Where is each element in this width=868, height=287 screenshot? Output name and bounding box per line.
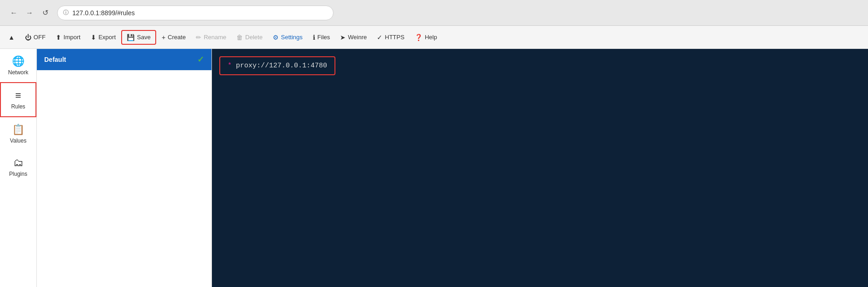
sidebar-label-values: Values	[10, 138, 27, 144]
rule-label-default: Default	[44, 56, 66, 63]
plugins-icon: 🗂	[13, 157, 23, 169]
export-label: Export	[99, 34, 116, 41]
rule-item-default[interactable]: Default ✓	[37, 49, 211, 71]
export-button[interactable]: ⬇ Export	[86, 31, 121, 44]
settings-icon: ⚙	[273, 34, 279, 41]
toolbar: ▲ ⏻ OFF ⬆ Import ⬇ Export 💾 Save + Creat…	[0, 26, 868, 49]
sidebar-label-network: Network	[8, 69, 28, 76]
save-button[interactable]: 💾 Save	[121, 30, 156, 45]
rules-panel: Default ✓	[37, 49, 212, 287]
editor-panel: * proxy://127.0.0.1:4780	[212, 49, 868, 287]
code-asterisk: *	[228, 62, 232, 70]
lock-icon: ⓘ	[63, 9, 69, 17]
export-icon: ⬇	[91, 34, 96, 41]
https-button[interactable]: ✓ HTTPS	[372, 31, 409, 44]
weinre-label: Weinre	[348, 34, 367, 41]
delete-label: Delete	[245, 34, 263, 41]
import-label: Import	[64, 34, 81, 41]
browser-chrome: ← → ↺ ⓘ 127.0.0.1:8899/#rules	[0, 0, 868, 26]
rename-button[interactable]: ✏ Rename	[191, 31, 231, 44]
reload-button[interactable]: ↺	[39, 6, 52, 19]
off-button[interactable]: ⏻ OFF	[20, 31, 50, 44]
nav-buttons: ← → ↺	[7, 6, 52, 19]
collapse-button[interactable]: ▲	[4, 31, 19, 44]
app-container: ▲ ⏻ OFF ⬆ Import ⬇ Export 💾 Save + Creat…	[0, 26, 868, 287]
code-block: * proxy://127.0.0.1:4780	[219, 56, 335, 75]
code-proxy: proxy://127.0.0.1:4780	[232, 62, 327, 70]
files-button[interactable]: ℹ Files	[308, 31, 334, 44]
url-text: 127.0.0.1:8899/#rules	[72, 9, 135, 17]
https-label: HTTPS	[385, 34, 405, 41]
files-label: Files	[317, 34, 330, 41]
main-content: 🌐 Network ≡ Rules 📋 Values 🗂 Plugins Def…	[0, 49, 868, 287]
sidebar-item-network[interactable]: 🌐 Network	[0, 49, 36, 82]
weinre-icon: ➤	[340, 34, 346, 41]
check-icon: ✓	[197, 54, 204, 65]
import-icon: ⬆	[56, 34, 61, 41]
network-icon: 🌐	[12, 55, 24, 67]
save-icon: 💾	[127, 34, 135, 41]
off-label: OFF	[34, 34, 46, 41]
files-icon: ℹ	[313, 34, 315, 41]
sidebar: 🌐 Network ≡ Rules 📋 Values 🗂 Plugins	[0, 49, 37, 287]
create-button[interactable]: + Create	[157, 31, 190, 44]
help-label: Help	[425, 34, 437, 41]
https-icon: ✓	[377, 34, 382, 41]
sidebar-label-plugins: Plugins	[9, 171, 27, 177]
create-label: Create	[168, 34, 186, 41]
sidebar-label-rules: Rules	[11, 103, 25, 110]
sidebar-item-plugins[interactable]: 🗂 Plugins	[0, 150, 36, 184]
settings-label: Settings	[281, 34, 303, 41]
create-icon: +	[162, 34, 165, 41]
rename-icon: ✏	[196, 34, 201, 41]
settings-button[interactable]: ⚙ Settings	[268, 31, 307, 44]
sidebar-item-rules[interactable]: ≡ Rules	[0, 82, 36, 117]
sidebar-item-values[interactable]: 📋 Values	[0, 117, 36, 150]
power-icon: ⏻	[25, 34, 31, 41]
back-button[interactable]: ←	[7, 6, 20, 19]
save-label: Save	[137, 34, 151, 41]
address-bar[interactable]: ⓘ 127.0.0.1:8899/#rules	[57, 6, 334, 20]
delete-button[interactable]: 🗑 Delete	[232, 31, 267, 44]
help-icon: ❓	[415, 34, 422, 41]
weinre-button[interactable]: ➤ Weinre	[335, 31, 371, 44]
collapse-icon: ▲	[8, 34, 15, 41]
delete-icon: 🗑	[236, 34, 243, 41]
help-button[interactable]: ❓ Help	[410, 31, 442, 44]
values-icon: 📋	[12, 124, 24, 136]
rules-icon: ≡	[15, 90, 21, 102]
forward-button[interactable]: →	[23, 6, 36, 19]
rename-label: Rename	[204, 34, 226, 41]
import-button[interactable]: ⬆ Import	[51, 31, 85, 44]
